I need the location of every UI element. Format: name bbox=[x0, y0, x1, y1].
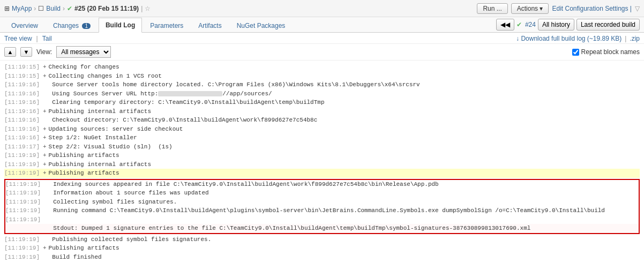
log-line: [11:19:15] + Checking for changes bbox=[4, 63, 640, 72]
log-line: [11:19:17] + Step 2/2: Visual Studio (sl… bbox=[4, 142, 640, 152]
log-time: [11:19:19] bbox=[4, 244, 43, 253]
last-recorded-btn[interactable]: Last recorded build bbox=[576, 19, 640, 31]
log-text: Publishing artifacts bbox=[49, 244, 119, 253]
log-text: Clearing temporary directory: C:\TeamCit… bbox=[52, 98, 324, 107]
log-time: [11:19:17] bbox=[4, 142, 43, 152]
expand-spacer bbox=[44, 198, 51, 207]
log-line: [11:19:16] Using Sources Server URL http… bbox=[4, 89, 640, 99]
tab-right: ◀◀ ✔ #24 All history Last recorded build bbox=[496, 19, 640, 31]
build-ref-link[interactable]: #24 bbox=[525, 21, 536, 28]
log-text: Running command C:\TeamCity9.0\Install\b… bbox=[53, 206, 605, 215]
expand-spacer bbox=[44, 180, 51, 189]
breadcrumb-star-icon[interactable]: ☆ bbox=[145, 5, 151, 12]
top-actions: Run ... Actions ▾ Edit Configuration Set… bbox=[477, 3, 640, 14]
view-label: View: bbox=[36, 48, 52, 56]
actions-button[interactable]: Actions ▾ bbox=[511, 3, 549, 14]
log-line: [11:19:16] + Step 1/2: NuGet Installer bbox=[4, 133, 640, 142]
run-button[interactable]: Run ... bbox=[477, 3, 507, 14]
log-text: Step 1/2: NuGet Installer bbox=[49, 133, 137, 142]
log-text: Publishing artifacts bbox=[49, 151, 119, 160]
tail-link[interactable]: Tail bbox=[42, 35, 52, 42]
expand-spacer bbox=[43, 116, 50, 125]
view-mode-right: ↓ Download full build log (~19.89 KB) | … bbox=[516, 35, 640, 42]
breadcrumb-current: #25 (20 Feb 15 11:19) bbox=[74, 5, 139, 12]
log-time: [11:19:19] bbox=[4, 235, 43, 244]
expand-icon[interactable]: + bbox=[43, 142, 47, 152]
expand-spacer bbox=[44, 224, 51, 233]
expand-icon[interactable]: + bbox=[43, 107, 47, 116]
tab-bar: Overview Changes 1 Build Log Parameters … bbox=[0, 17, 644, 33]
log-time: [11:19:16] bbox=[4, 116, 43, 125]
breadcrumb-sep1: › bbox=[34, 5, 36, 12]
log-line: [11:19:19] bbox=[5, 215, 639, 224]
log-line: [11:19:16] Checkout directory: C:\TeamCi… bbox=[4, 116, 640, 125]
view-select[interactable]: All messages bbox=[56, 46, 111, 58]
green-status-icon: ✔ bbox=[516, 21, 522, 28]
log-line: Stdout: Dumped 1 signature entries to th… bbox=[5, 224, 639, 233]
download-zip-link[interactable]: .zip bbox=[630, 35, 640, 42]
log-text: Checking for changes bbox=[49, 63, 119, 72]
log-time: [11:19:19] bbox=[4, 160, 43, 169]
log-time: [11:19:19] bbox=[5, 206, 44, 215]
tabs: Overview Changes 1 Build Log Parameters … bbox=[4, 17, 293, 32]
expand-icon[interactable]: + bbox=[43, 72, 47, 81]
log-line: [11:19:16] + Publishing internal artifac… bbox=[4, 107, 640, 116]
tab-parameters[interactable]: Parameters bbox=[143, 18, 190, 33]
pipe-sep: | bbox=[625, 35, 626, 42]
log-toolbar-left: ▲ ▼ View: All messages bbox=[4, 46, 111, 58]
log-line: [11:19:19] Collecting symbol files signa… bbox=[5, 198, 639, 207]
breadcrumb-build[interactable]: Build bbox=[46, 5, 61, 12]
log-line: [11:19:19] Running command C:\TeamCity9.… bbox=[5, 206, 639, 215]
log-text: Publishing artifacts bbox=[49, 169, 119, 178]
log-time: [11:19:19] bbox=[5, 215, 44, 224]
tab-changes[interactable]: Changes 1 bbox=[46, 18, 98, 33]
edit-config-icon: ▽ bbox=[635, 5, 640, 12]
log-text: Checkout directory: C:\TeamCity9.0\Insta… bbox=[52, 116, 317, 125]
log-time: [11:19:16] bbox=[4, 107, 43, 116]
log-time: [11:19:19] bbox=[5, 198, 44, 207]
log-time: [11:19:16] bbox=[4, 133, 43, 142]
log-line: [11:19:19] + Publishing internal artifac… bbox=[4, 160, 640, 169]
log-toolbar: ▲ ▼ View: All messages Repeat block name… bbox=[0, 44, 644, 61]
log-time: [11:19:16] bbox=[4, 80, 43, 89]
scroll-down-btn[interactable]: ▼ bbox=[20, 47, 32, 57]
repeat-block-checkbox[interactable] bbox=[572, 49, 579, 56]
log-time: [11:19:19] bbox=[4, 151, 43, 160]
log-text: Updating sources: server side checkout bbox=[49, 125, 183, 134]
log-time: [11:19:19] bbox=[4, 169, 43, 178]
log-time bbox=[5, 224, 44, 233]
expand-spacer bbox=[44, 215, 51, 224]
log-content: [11:19:15] + Checking for changes [11:19… bbox=[0, 61, 644, 264]
breadcrumb-pipe: | bbox=[141, 5, 143, 12]
expand-icon[interactable]: + bbox=[43, 125, 47, 134]
repeat-block-label[interactable]: Repeat block names bbox=[572, 48, 640, 56]
log-line: [11:19:16] Clearing temporary directory:… bbox=[4, 98, 640, 107]
expand-icon[interactable]: + bbox=[43, 151, 47, 160]
log-time: [11:19:19] bbox=[5, 180, 44, 189]
all-history-btn[interactable]: All history bbox=[538, 19, 574, 31]
log-time: [11:19:15] bbox=[4, 63, 43, 72]
redacted-url bbox=[158, 91, 222, 96]
tab-overview[interactable]: Overview bbox=[4, 18, 45, 33]
log-line: [11:19:16] + Updating sources: server si… bbox=[4, 125, 640, 134]
log-line: [11:19:16] Source Server tools home dire… bbox=[4, 80, 640, 89]
expand-icon[interactable]: + bbox=[43, 133, 47, 142]
expand-spacer bbox=[44, 189, 51, 198]
edit-config-link[interactable]: Edit Configuration Settings | bbox=[552, 5, 632, 12]
changes-badge: 1 bbox=[82, 23, 91, 29]
prev-build-btn[interactable]: ◀◀ bbox=[496, 19, 514, 31]
log-text: Build finished bbox=[52, 253, 101, 262]
expand-icon[interactable]: + bbox=[43, 160, 47, 169]
scroll-up-btn[interactable]: ▲ bbox=[4, 47, 16, 57]
expand-icon[interactable]: + bbox=[43, 63, 47, 72]
tab-artifacts[interactable]: Artifacts bbox=[191, 18, 228, 33]
expand-icon[interactable]: + bbox=[43, 244, 47, 253]
expand-icon[interactable]: + bbox=[43, 169, 47, 178]
tab-nuget[interactable]: NuGet Packages bbox=[230, 18, 293, 33]
view-mode-sep: | bbox=[36, 35, 38, 42]
tree-view-link[interactable]: Tree view bbox=[4, 35, 32, 42]
tab-build-log[interactable]: Build Log bbox=[99, 18, 142, 33]
log-text: Publishing internal artifacts bbox=[49, 160, 151, 169]
breadcrumb-app[interactable]: MyApp bbox=[12, 5, 32, 12]
download-log-link[interactable]: ↓ Download full build log (~19.89 KB) bbox=[516, 35, 621, 42]
